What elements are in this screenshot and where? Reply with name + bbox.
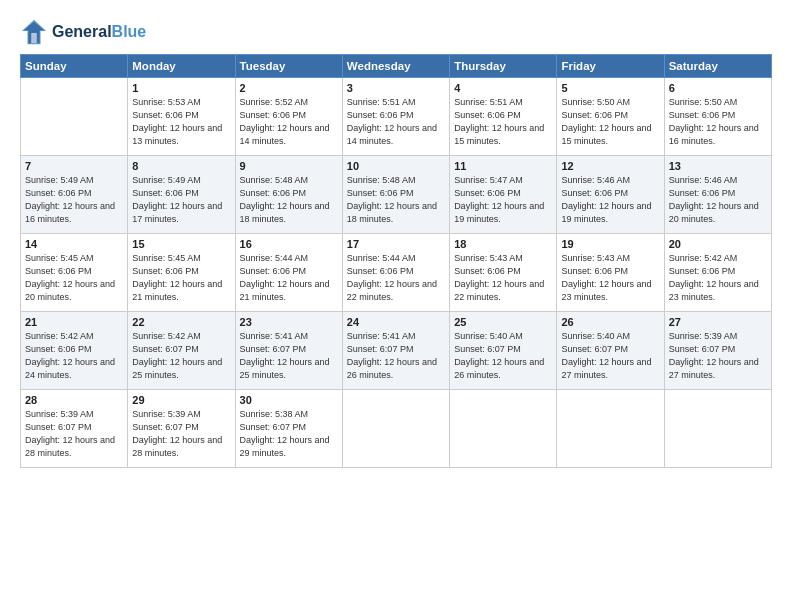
weekday-header-wednesday: Wednesday xyxy=(342,55,449,78)
calendar-cell: 4Sunrise: 5:51 AM Sunset: 6:06 PM Daylig… xyxy=(450,78,557,156)
day-info: Sunrise: 5:51 AM Sunset: 6:06 PM Dayligh… xyxy=(454,96,552,148)
day-info: Sunrise: 5:42 AM Sunset: 6:06 PM Dayligh… xyxy=(25,330,123,382)
calendar-cell: 22Sunrise: 5:42 AM Sunset: 6:07 PM Dayli… xyxy=(128,312,235,390)
day-number: 23 xyxy=(240,316,338,328)
calendar-cell: 7Sunrise: 5:49 AM Sunset: 6:06 PM Daylig… xyxy=(21,156,128,234)
calendar-cell: 3Sunrise: 5:51 AM Sunset: 6:06 PM Daylig… xyxy=(342,78,449,156)
calendar-cell: 29Sunrise: 5:39 AM Sunset: 6:07 PM Dayli… xyxy=(128,390,235,468)
calendar-cell: 5Sunrise: 5:50 AM Sunset: 6:06 PM Daylig… xyxy=(557,78,664,156)
calendar-cell: 15Sunrise: 5:45 AM Sunset: 6:06 PM Dayli… xyxy=(128,234,235,312)
calendar-cell: 8Sunrise: 5:49 AM Sunset: 6:06 PM Daylig… xyxy=(128,156,235,234)
calendar-cell: 13Sunrise: 5:46 AM Sunset: 6:06 PM Dayli… xyxy=(664,156,771,234)
weekday-header-saturday: Saturday xyxy=(664,55,771,78)
day-number: 20 xyxy=(669,238,767,250)
calendar-cell: 23Sunrise: 5:41 AM Sunset: 6:07 PM Dayli… xyxy=(235,312,342,390)
day-number: 13 xyxy=(669,160,767,172)
calendar-cell: 21Sunrise: 5:42 AM Sunset: 6:06 PM Dayli… xyxy=(21,312,128,390)
calendar-cell: 10Sunrise: 5:48 AM Sunset: 6:06 PM Dayli… xyxy=(342,156,449,234)
day-info: Sunrise: 5:46 AM Sunset: 6:06 PM Dayligh… xyxy=(561,174,659,226)
day-number: 17 xyxy=(347,238,445,250)
weekday-header-monday: Monday xyxy=(128,55,235,78)
calendar-cell: 28Sunrise: 5:39 AM Sunset: 6:07 PM Dayli… xyxy=(21,390,128,468)
logo: GeneralBlue xyxy=(20,18,146,46)
day-number: 3 xyxy=(347,82,445,94)
week-row-3: 14Sunrise: 5:45 AM Sunset: 6:06 PM Dayli… xyxy=(21,234,772,312)
day-number: 15 xyxy=(132,238,230,250)
day-number: 10 xyxy=(347,160,445,172)
day-number: 29 xyxy=(132,394,230,406)
day-info: Sunrise: 5:45 AM Sunset: 6:06 PM Dayligh… xyxy=(132,252,230,304)
day-number: 30 xyxy=(240,394,338,406)
calendar-table: SundayMondayTuesdayWednesdayThursdayFrid… xyxy=(20,54,772,468)
svg-rect-3 xyxy=(31,33,37,43)
day-number: 18 xyxy=(454,238,552,250)
day-info: Sunrise: 5:39 AM Sunset: 6:07 PM Dayligh… xyxy=(132,408,230,460)
calendar-cell: 18Sunrise: 5:43 AM Sunset: 6:06 PM Dayli… xyxy=(450,234,557,312)
calendar-cell: 2Sunrise: 5:52 AM Sunset: 6:06 PM Daylig… xyxy=(235,78,342,156)
day-number: 25 xyxy=(454,316,552,328)
day-info: Sunrise: 5:50 AM Sunset: 6:06 PM Dayligh… xyxy=(561,96,659,148)
calendar-cell: 9Sunrise: 5:48 AM Sunset: 6:06 PM Daylig… xyxy=(235,156,342,234)
day-number: 24 xyxy=(347,316,445,328)
header-row: SundayMondayTuesdayWednesdayThursdayFrid… xyxy=(21,55,772,78)
weekday-header-friday: Friday xyxy=(557,55,664,78)
calendar-cell: 17Sunrise: 5:44 AM Sunset: 6:06 PM Dayli… xyxy=(342,234,449,312)
calendar-cell xyxy=(664,390,771,468)
calendar-cell xyxy=(557,390,664,468)
week-row-1: 1Sunrise: 5:53 AM Sunset: 6:06 PM Daylig… xyxy=(21,78,772,156)
day-info: Sunrise: 5:39 AM Sunset: 6:07 PM Dayligh… xyxy=(669,330,767,382)
day-info: Sunrise: 5:42 AM Sunset: 6:06 PM Dayligh… xyxy=(669,252,767,304)
calendar-cell: 20Sunrise: 5:42 AM Sunset: 6:06 PM Dayli… xyxy=(664,234,771,312)
weekday-header-sunday: Sunday xyxy=(21,55,128,78)
day-info: Sunrise: 5:49 AM Sunset: 6:06 PM Dayligh… xyxy=(25,174,123,226)
day-info: Sunrise: 5:47 AM Sunset: 6:06 PM Dayligh… xyxy=(454,174,552,226)
week-row-5: 28Sunrise: 5:39 AM Sunset: 6:07 PM Dayli… xyxy=(21,390,772,468)
day-info: Sunrise: 5:53 AM Sunset: 6:06 PM Dayligh… xyxy=(132,96,230,148)
day-number: 1 xyxy=(132,82,230,94)
day-info: Sunrise: 5:44 AM Sunset: 6:06 PM Dayligh… xyxy=(240,252,338,304)
day-info: Sunrise: 5:42 AM Sunset: 6:07 PM Dayligh… xyxy=(132,330,230,382)
day-number: 19 xyxy=(561,238,659,250)
day-info: Sunrise: 5:39 AM Sunset: 6:07 PM Dayligh… xyxy=(25,408,123,460)
page: GeneralBlue SundayMondayTuesdayWednesday… xyxy=(0,0,792,612)
day-number: 28 xyxy=(25,394,123,406)
day-number: 16 xyxy=(240,238,338,250)
calendar-cell: 14Sunrise: 5:45 AM Sunset: 6:06 PM Dayli… xyxy=(21,234,128,312)
day-info: Sunrise: 5:51 AM Sunset: 6:06 PM Dayligh… xyxy=(347,96,445,148)
calendar-cell: 24Sunrise: 5:41 AM Sunset: 6:07 PM Dayli… xyxy=(342,312,449,390)
day-number: 8 xyxy=(132,160,230,172)
calendar-cell xyxy=(21,78,128,156)
calendar-cell: 1Sunrise: 5:53 AM Sunset: 6:06 PM Daylig… xyxy=(128,78,235,156)
day-info: Sunrise: 5:52 AM Sunset: 6:06 PM Dayligh… xyxy=(240,96,338,148)
day-info: Sunrise: 5:40 AM Sunset: 6:07 PM Dayligh… xyxy=(561,330,659,382)
weekday-header-tuesday: Tuesday xyxy=(235,55,342,78)
day-number: 27 xyxy=(669,316,767,328)
day-number: 12 xyxy=(561,160,659,172)
day-number: 26 xyxy=(561,316,659,328)
calendar-cell: 27Sunrise: 5:39 AM Sunset: 6:07 PM Dayli… xyxy=(664,312,771,390)
day-info: Sunrise: 5:43 AM Sunset: 6:06 PM Dayligh… xyxy=(454,252,552,304)
calendar-cell: 6Sunrise: 5:50 AM Sunset: 6:06 PM Daylig… xyxy=(664,78,771,156)
calendar-cell: 25Sunrise: 5:40 AM Sunset: 6:07 PM Dayli… xyxy=(450,312,557,390)
calendar-cell xyxy=(450,390,557,468)
day-number: 11 xyxy=(454,160,552,172)
day-number: 2 xyxy=(240,82,338,94)
header: GeneralBlue xyxy=(20,18,772,46)
day-info: Sunrise: 5:38 AM Sunset: 6:07 PM Dayligh… xyxy=(240,408,338,460)
day-info: Sunrise: 5:41 AM Sunset: 6:07 PM Dayligh… xyxy=(240,330,338,382)
day-info: Sunrise: 5:48 AM Sunset: 6:06 PM Dayligh… xyxy=(240,174,338,226)
day-number: 7 xyxy=(25,160,123,172)
calendar-cell: 12Sunrise: 5:46 AM Sunset: 6:06 PM Dayli… xyxy=(557,156,664,234)
day-info: Sunrise: 5:41 AM Sunset: 6:07 PM Dayligh… xyxy=(347,330,445,382)
day-info: Sunrise: 5:50 AM Sunset: 6:06 PM Dayligh… xyxy=(669,96,767,148)
logo-text: GeneralBlue xyxy=(52,23,146,41)
calendar-cell: 26Sunrise: 5:40 AM Sunset: 6:07 PM Dayli… xyxy=(557,312,664,390)
day-number: 21 xyxy=(25,316,123,328)
day-info: Sunrise: 5:46 AM Sunset: 6:06 PM Dayligh… xyxy=(669,174,767,226)
logo-icon xyxy=(20,18,48,46)
day-number: 9 xyxy=(240,160,338,172)
day-info: Sunrise: 5:49 AM Sunset: 6:06 PM Dayligh… xyxy=(132,174,230,226)
day-number: 6 xyxy=(669,82,767,94)
day-info: Sunrise: 5:44 AM Sunset: 6:06 PM Dayligh… xyxy=(347,252,445,304)
day-number: 22 xyxy=(132,316,230,328)
